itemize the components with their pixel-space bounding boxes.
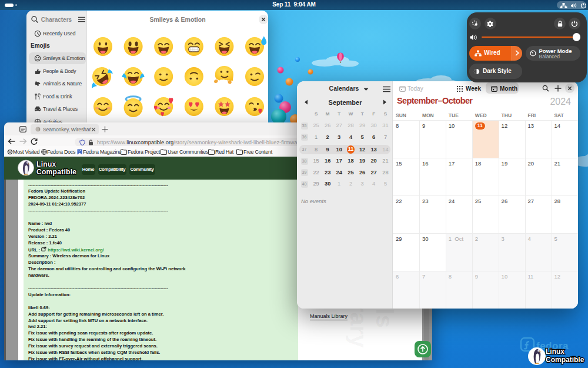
svg-text:Compatible: Compatible bbox=[546, 356, 584, 364]
svg-text:Linux: Linux bbox=[546, 347, 564, 356]
